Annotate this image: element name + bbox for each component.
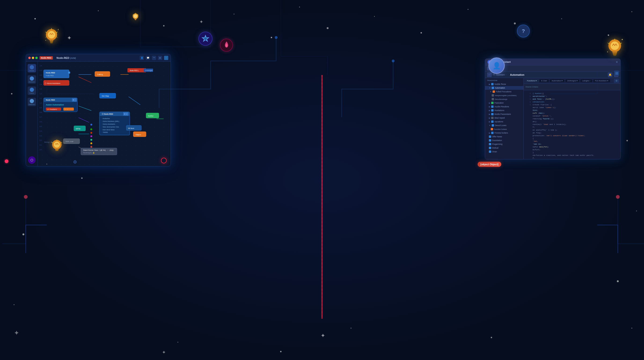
- svg-point-8: [420, 32, 422, 34]
- svg-point-17: [14, 304, 14, 305]
- svg-text:✦: ✦: [320, 332, 325, 339]
- bulb-left-svg: ✦ ✦: [44, 28, 58, 49]
- svg-point-11: [561, 18, 562, 19]
- svg-point-34: [24, 195, 28, 199]
- svg-point-18: [626, 140, 628, 141]
- svg-point-16: [22, 233, 24, 235]
- svg-point-23: [178, 342, 178, 343]
- svg-point-0: [34, 18, 36, 20]
- question-badge: ?: [517, 25, 530, 38]
- svg-rect-168: [55, 149, 58, 150]
- svg-rect-156: [613, 55, 616, 56]
- svg-point-9: [468, 9, 468, 10]
- svg-rect-139: [50, 41, 53, 42]
- flame-icon: [223, 41, 230, 49]
- svg-point-26: [491, 337, 492, 338]
- red-dot-bottom-left: [5, 159, 8, 163]
- avatar-circle: 👤: [488, 57, 505, 74]
- svg-point-7: [374, 16, 375, 17]
- svg-text:✦: ✦: [67, 35, 72, 41]
- svg-point-3: [234, 14, 234, 15]
- question-mark-icon: ?: [522, 28, 525, 34]
- svg-point-5: [299, 7, 300, 8]
- svg-point-2: [163, 25, 164, 27]
- svg-text:✦: ✦: [45, 39, 46, 42]
- svg-rect-154: [612, 52, 617, 53]
- svg-point-20: [617, 280, 619, 282]
- svg-text:✦: ✦: [162, 350, 166, 355]
- avatar-image: 👤: [492, 62, 501, 70]
- background-stars: ✦ ✦ ✦ ✦ ✦: [0, 0, 644, 360]
- svg-text:✦: ✦: [14, 329, 19, 336]
- red-circuit-dot: [161, 158, 166, 163]
- svg-rect-155: [613, 53, 616, 55]
- yaml-badge: [object Object]: [478, 162, 501, 167]
- bulb-right-large: ✦ ✦: [606, 39, 623, 63]
- star-badge-icon: [201, 35, 210, 43]
- svg-rect-169: [56, 150, 58, 151]
- svg-point-25: [350, 328, 352, 329]
- svg-point-24: [280, 351, 282, 352]
- svg-point-19: [636, 211, 637, 211]
- svg-rect-127: [134, 19, 136, 20]
- svg-point-126: [134, 14, 137, 18]
- svg-point-14: [11, 93, 12, 94]
- svg-rect-140: [50, 42, 53, 43]
- flame-badge: [220, 39, 233, 52]
- star-badge: [198, 32, 212, 46]
- svg-rect-128: [135, 20, 136, 20]
- svg-text:✦: ✦: [606, 51, 608, 53]
- bulb-left-large: ✦ ✦: [44, 28, 58, 50]
- bulb-bottom-left: [51, 139, 63, 158]
- svg-point-4: [271, 37, 272, 38]
- svg-point-10: [514, 23, 516, 24]
- svg-point-12: [608, 35, 609, 36]
- svg-rect-138: [50, 40, 53, 41]
- svg-point-35: [616, 195, 620, 199]
- svg-text:✦: ✦: [621, 39, 623, 41]
- bulb-top-center-svg: [132, 13, 139, 22]
- svg-point-21: [631, 328, 632, 329]
- svg-point-13: [631, 11, 632, 12]
- bulb-right-svg: ✦ ✦: [606, 39, 623, 62]
- bulb-top-center: [132, 13, 139, 23]
- svg-point-174: [204, 37, 207, 40]
- svg-point-1: [98, 10, 99, 11]
- bulb-bottom-svg: [51, 139, 63, 157]
- svg-text:✦: ✦: [57, 28, 58, 31]
- svg-point-15: [46, 163, 47, 164]
- svg-point-22: [81, 177, 82, 179]
- svg-text:✦: ✦: [200, 19, 203, 24]
- svg-point-6: [327, 27, 328, 29]
